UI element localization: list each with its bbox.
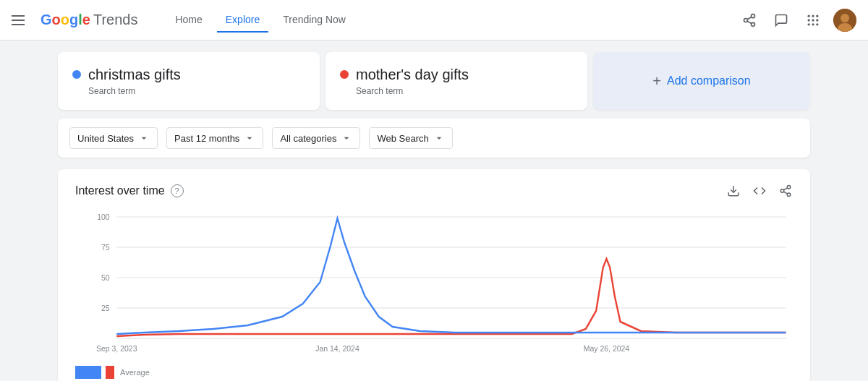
search-term-card-mothers[interactable]: mother's day gifts Search term — [326, 52, 587, 110]
header: Google Trends Home Explore Trending Now — [0, 0, 868, 40]
svg-text:25: 25 — [101, 304, 110, 312]
main-nav: Home Explore Trending Now — [166, 8, 354, 33]
svg-point-9 — [812, 19, 814, 21]
search-terms-row: christmas gifts Search term mother's day… — [58, 52, 810, 110]
plus-icon: + — [652, 73, 661, 90]
filter-period-label: Past 12 months — [174, 133, 239, 144]
embed-icon[interactable] — [752, 184, 767, 198]
svg-point-18 — [787, 186, 791, 189]
christmas-dot — [72, 70, 81, 79]
chart-title: Interest over time — [75, 184, 165, 197]
svg-point-2 — [752, 22, 755, 26]
share-icon[interactable] — [738, 9, 761, 32]
svg-text:50: 50 — [101, 273, 110, 282]
filter-region-label: United States — [77, 133, 134, 144]
filter-category-label: All categories — [280, 133, 336, 144]
logo: Google Trends — [41, 12, 137, 28]
chart-actions — [726, 184, 793, 198]
apps-icon[interactable] — [801, 9, 825, 32]
svg-point-20 — [787, 193, 791, 197]
svg-point-19 — [780, 189, 784, 193]
search-term-card-christmas[interactable]: christmas gifts Search term — [58, 52, 320, 110]
svg-point-12 — [812, 23, 814, 25]
svg-point-7 — [816, 14, 818, 17]
svg-text:Jan 14, 2024: Jan 14, 2024 — [315, 344, 359, 353]
svg-text:100: 100 — [97, 213, 110, 221]
svg-point-0 — [752, 14, 755, 17]
svg-point-15 — [841, 14, 849, 22]
trends-wordmark: Trends — [93, 12, 138, 28]
mothers-term-name: mother's day gifts — [356, 67, 469, 83]
nav-home[interactable]: Home — [166, 8, 210, 33]
filters-row: United States Past 12 months All categor… — [58, 119, 810, 158]
chart-card: Interest over time ? — [58, 169, 810, 381]
christmas-term-type: Search term — [88, 86, 305, 96]
nav-trending-now[interactable]: Trending Now — [274, 8, 354, 33]
chart-legend: Average — [75, 360, 793, 381]
menu-icon[interactable] — [12, 12, 29, 29]
search-term-header-christmas: christmas gifts — [72, 67, 305, 83]
share-chart-icon[interactable] — [778, 184, 793, 198]
header-right — [738, 9, 856, 32]
legend-bar-christmas — [75, 366, 101, 379]
svg-text:75: 75 — [101, 243, 110, 252]
legend-bar-mothers — [106, 366, 114, 379]
download-icon[interactable] — [726, 184, 741, 198]
mothers-term-type: Search term — [356, 86, 573, 96]
svg-line-3 — [747, 21, 752, 23]
help-icon[interactable]: ? — [171, 184, 184, 197]
svg-text:Sep 3, 2023: Sep 3, 2023 — [96, 344, 137, 353]
svg-line-21 — [783, 192, 787, 194]
svg-point-5 — [808, 14, 810, 17]
christmas-term-name: christmas gifts — [88, 67, 181, 83]
search-term-header-mothers: mother's day gifts — [340, 67, 573, 83]
svg-text:May 26, 2024: May 26, 2024 — [584, 344, 630, 353]
svg-point-6 — [812, 14, 814, 17]
chart-title-row: Interest over time ? — [75, 184, 184, 197]
mothers-dot — [340, 70, 349, 79]
svg-line-4 — [747, 17, 752, 19]
svg-point-1 — [744, 18, 748, 22]
google-wordmark: Google — [41, 12, 90, 28]
filter-period[interactable]: Past 12 months — [166, 127, 263, 149]
chart-header: Interest over time ? — [75, 184, 793, 198]
svg-point-10 — [816, 19, 818, 21]
feedback-icon[interactable] — [770, 9, 793, 32]
legend-label: Average — [120, 368, 150, 377]
interest-chart: 100 75 50 25 Sep 3, 2023 Jan 14, 2024 Ma… — [75, 210, 793, 354]
main-content: christmas gifts Search term mother's day… — [0, 40, 868, 381]
filter-category[interactable]: All categories — [272, 127, 360, 149]
filter-type-label: Web Search — [377, 133, 428, 144]
svg-point-8 — [808, 19, 810, 21]
user-avatar[interactable] — [833, 9, 856, 32]
filter-type[interactable]: Web Search — [369, 127, 452, 149]
filter-region[interactable]: United States — [69, 127, 158, 149]
svg-point-13 — [816, 23, 818, 25]
svg-point-11 — [808, 23, 810, 25]
chart-container: 100 75 50 25 Sep 3, 2023 Jan 14, 2024 Ma… — [75, 210, 793, 381]
add-comparison-label: Add comparison — [667, 74, 751, 87]
header-left: Google Trends Home Explore Trending Now — [12, 8, 738, 33]
svg-line-22 — [783, 188, 787, 190]
add-comparison-card[interactable]: + Add comparison — [593, 52, 810, 110]
nav-explore[interactable]: Explore — [217, 8, 268, 33]
